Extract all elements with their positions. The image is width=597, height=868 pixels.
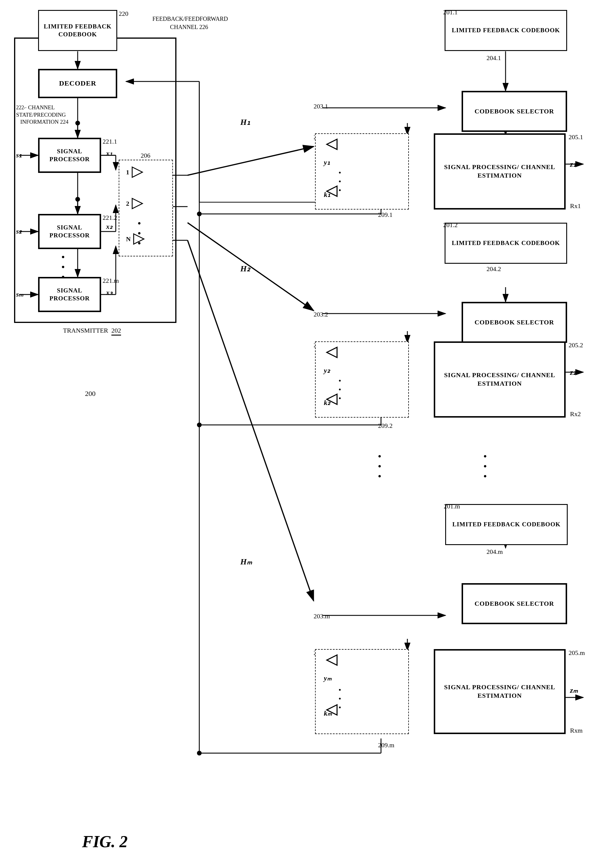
limited-feedback-codebook-left: LIMITED FEEDBACK CODEBOOK bbox=[38, 10, 117, 51]
zm-label: zₘ bbox=[570, 686, 578, 695]
sp-dots: ••• bbox=[62, 252, 66, 282]
ref-221-m: 221.m bbox=[102, 277, 119, 285]
x2-label: x₂ bbox=[106, 223, 112, 231]
ref-205-1: 205.1 bbox=[569, 134, 583, 141]
svg-marker-68 bbox=[327, 139, 337, 150]
rx2-antenna-1 bbox=[324, 346, 339, 360]
x3-label: x₃ bbox=[106, 289, 112, 297]
rx-section-dots-1: ••• bbox=[484, 451, 488, 481]
ref-209-1: 209.1 bbox=[378, 211, 393, 219]
s1-label: s₁ bbox=[16, 151, 22, 159]
y2-label: y₂ bbox=[324, 366, 330, 374]
ref-204-1: 204.1 bbox=[487, 54, 501, 62]
H1-label: H₁ bbox=[240, 117, 250, 127]
x1-label: x₁ bbox=[106, 150, 112, 157]
ref-205-2: 205.2 bbox=[569, 341, 583, 349]
figure-label: FIG. 2 bbox=[82, 832, 128, 851]
ref-201-2: 201.2 bbox=[443, 221, 458, 229]
sig-proc-ch-est-m: SIGNAL PROCESSING/ CHANNEL ESTIMATION bbox=[434, 649, 566, 734]
rx2-antenna-k bbox=[324, 393, 339, 407]
ref-221-1: 221.1 bbox=[102, 138, 117, 145]
ref-203-1: 203.1 bbox=[313, 102, 328, 110]
signal-processor-2: SIGNAL PROCESSOR bbox=[38, 214, 101, 249]
codebook-selector-2: CODEBOOK SELECTOR bbox=[462, 302, 567, 343]
z2-label: z₂ bbox=[570, 368, 576, 377]
rx1-antenna-k bbox=[324, 185, 339, 199]
svg-marker-70 bbox=[327, 347, 337, 358]
svg-line-26 bbox=[187, 223, 313, 311]
svg-point-51 bbox=[197, 423, 202, 427]
ref-209-m: 209.m bbox=[378, 741, 395, 749]
rxm-antenna-k bbox=[324, 703, 339, 718]
channel-state-label: 222⌐ CHANNEL STATE/PRECODING INFORMATION… bbox=[16, 104, 83, 126]
svg-line-25 bbox=[187, 147, 313, 175]
ref-204-m: 204.m bbox=[487, 548, 503, 556]
z1-label: z₁ bbox=[570, 160, 576, 169]
svg-point-41 bbox=[197, 212, 202, 216]
limited-feedback-codebook-m: LIMITED FEEDBACK CODEBOOK bbox=[445, 504, 568, 545]
ref-209-2: 209.2 bbox=[378, 422, 393, 430]
svg-marker-71 bbox=[327, 394, 337, 404]
ref-220: 220 bbox=[119, 10, 128, 18]
svg-marker-66 bbox=[132, 198, 143, 209]
ref-200: 200 bbox=[85, 390, 95, 398]
limited-feedback-codebook-1: LIMITED FEEDBACK CODEBOOK bbox=[445, 10, 567, 51]
antenna-1: 1 bbox=[126, 166, 144, 179]
svg-marker-72 bbox=[327, 655, 337, 665]
sig-proc-ch-est-1: SIGNAL PROCESSING/ CHANNEL ESTIMATION bbox=[434, 134, 566, 209]
Hm-label: Hₘ bbox=[240, 557, 252, 567]
svg-marker-65 bbox=[132, 167, 143, 177]
signal-processor-1: SIGNAL PROCESSOR bbox=[38, 138, 101, 173]
decoder-box: DECODER bbox=[38, 69, 117, 98]
antenna-N: N bbox=[126, 232, 146, 246]
limited-feedback-codebook-2: LIMITED FEEDBACK CODEBOOK bbox=[445, 223, 567, 264]
feedback-channel-label: FEEDBACK/FEEDFORWARDCHANNEL 226 bbox=[152, 15, 226, 31]
svg-marker-69 bbox=[327, 186, 337, 196]
rx1-antenna-1 bbox=[324, 138, 339, 152]
codebook-selector-1: CODEBOOK SELECTOR bbox=[462, 91, 567, 132]
sm-label: sₘ bbox=[16, 290, 23, 298]
antenna-dots: ••• bbox=[138, 218, 142, 248]
ref-203-2: 203.2 bbox=[313, 311, 328, 318]
codebook-selector-m: CODEBOOK SELECTOR bbox=[462, 583, 567, 624]
ym-label: yₘ bbox=[324, 674, 331, 682]
antenna-2: 2 bbox=[126, 197, 144, 210]
rx1-label: Rx1 bbox=[570, 202, 581, 210]
rxm-antenna-1 bbox=[324, 653, 339, 668]
diagram-container: LIMITED FEEDBACK CODEBOOK 220 DECODER 22… bbox=[0, 0, 597, 868]
y1-label: y₁ bbox=[324, 158, 330, 166]
s2-label: s₂ bbox=[16, 227, 22, 235]
rxm-label: Rxm bbox=[570, 727, 583, 734]
signal-processor-m: SIGNAL PROCESSOR bbox=[38, 277, 101, 312]
ref-201-1: 201.1 bbox=[443, 9, 458, 16]
svg-point-61 bbox=[197, 751, 202, 755]
ref-205-m: 205.m bbox=[569, 649, 585, 657]
ref-201-m: 201.m bbox=[444, 503, 460, 510]
rx2-label: Rx2 bbox=[570, 410, 581, 418]
svg-line-27 bbox=[187, 240, 313, 601]
svg-point-10 bbox=[75, 197, 80, 202]
ref-206: 206 bbox=[141, 152, 150, 159]
ref-221-2: 221.2 bbox=[102, 214, 117, 221]
rx-section-dots-2: ••• bbox=[378, 451, 382, 481]
ref-204-2: 204.2 bbox=[487, 265, 501, 273]
ref-203-m: 203.m bbox=[313, 613, 330, 620]
sig-proc-ch-est-2: SIGNAL PROCESSING/ CHANNEL ESTIMATION bbox=[434, 341, 566, 418]
transmitter-label: TRANSMITTER 202 bbox=[63, 327, 121, 334]
svg-marker-73 bbox=[327, 705, 337, 715]
H2-label: H₂ bbox=[240, 264, 250, 273]
